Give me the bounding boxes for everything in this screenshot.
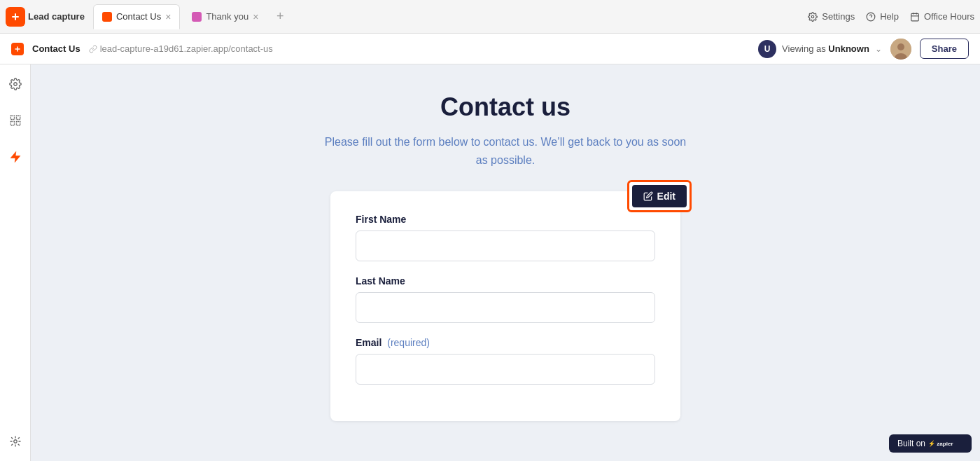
sidebar-item-integrations[interactable] <box>4 430 27 453</box>
main-layout: Contact us Please fill out the form belo… <box>0 64 980 461</box>
email-label: Email (required) <box>356 337 655 348</box>
zap-icon <box>9 151 22 163</box>
app-icon <box>6 7 25 27</box>
svg-rect-10 <box>10 116 14 119</box>
form-card: Edit First Name Last Name Email <box>330 191 680 421</box>
tab-thank-you-icon <box>192 12 202 22</box>
integrations-icon <box>9 435 22 448</box>
edit-button-wrapper: Edit <box>627 180 692 212</box>
app-title: Lead capture <box>28 11 85 22</box>
email-required-badge: (required) <box>387 337 430 348</box>
calendar-icon <box>910 12 920 22</box>
title-actions: Settings Help Office Hours <box>808 11 974 22</box>
svg-point-8 <box>897 43 904 50</box>
tab-thank-you[interactable]: Thank you × <box>183 4 267 29</box>
svg-marker-14 <box>10 152 20 163</box>
address-bar: Contact Us lead-capture-a19d61.zapier.ap… <box>0 34 980 64</box>
title-bar: Lead capture Contact Us × Thank you × + … <box>0 0 980 34</box>
office-hours-button[interactable]: Office Hours <box>910 11 974 22</box>
viewing-badge[interactable]: U Viewing as Unknown ⌄ <box>758 40 882 58</box>
tab-contact-us-icon <box>102 12 112 22</box>
page-name: Contact Us <box>32 43 80 54</box>
url-display: lead-capture-a19d61.zapier.app/contact-u… <box>89 43 273 54</box>
svg-rect-2 <box>911 13 919 20</box>
svg-rect-12 <box>10 122 14 125</box>
last-name-label: Last Name <box>356 275 655 287</box>
viewing-text: Viewing as Unknown <box>782 43 869 54</box>
avatar-image <box>890 39 911 60</box>
chevron-down-icon: ⌄ <box>875 44 882 54</box>
last-name-input[interactable] <box>356 292 655 323</box>
svg-text:⚡ zapier: ⚡ zapier <box>928 440 954 448</box>
pencil-icon <box>643 191 653 201</box>
email-field: Email (required) <box>356 337 655 385</box>
settings-icon <box>808 12 818 22</box>
user-avatar[interactable] <box>890 39 911 60</box>
page-subtitle: Please fill out the form below to contac… <box>323 133 687 169</box>
tab-contact-us-close[interactable]: × <box>165 12 171 22</box>
tab-contact-us[interactable]: Contact Us × <box>93 4 181 29</box>
page-tab-icon <box>11 43 24 55</box>
share-button[interactable]: Share <box>920 39 969 59</box>
email-input[interactable] <box>356 354 655 385</box>
first-name-label: First Name <box>356 214 655 225</box>
last-name-field: Last Name <box>356 275 655 323</box>
viewing-avatar: U <box>758 40 776 58</box>
first-name-field: First Name <box>356 214 655 261</box>
svg-point-15 <box>13 440 17 443</box>
sidebar-item-settings[interactable] <box>4 73 27 95</box>
svg-rect-11 <box>16 116 20 119</box>
page-title: Contact us <box>440 92 570 122</box>
new-tab-button[interactable]: + <box>270 7 290 27</box>
sidebar-item-zap[interactable] <box>4 146 27 168</box>
sidebar <box>0 64 31 461</box>
built-on-badge: Built on ⚡ zapier <box>889 434 972 453</box>
edit-button[interactable]: Edit <box>632 185 687 207</box>
zapier-logo: ⚡ zapier <box>928 439 963 448</box>
first-name-input[interactable] <box>356 230 655 261</box>
help-button[interactable]: Help <box>866 11 899 22</box>
content-area: Contact us Please fill out the form belo… <box>31 64 980 461</box>
svg-rect-13 <box>16 122 20 125</box>
gear-icon <box>9 78 22 90</box>
sidebar-item-layout[interactable] <box>4 109 27 132</box>
layout-icon <box>9 114 22 127</box>
address-bar-right: Share <box>890 39 969 60</box>
link-icon <box>89 45 97 53</box>
tab-thank-you-close[interactable]: × <box>253 12 258 22</box>
settings-button[interactable]: Settings <box>808 11 855 22</box>
help-icon <box>866 12 876 22</box>
